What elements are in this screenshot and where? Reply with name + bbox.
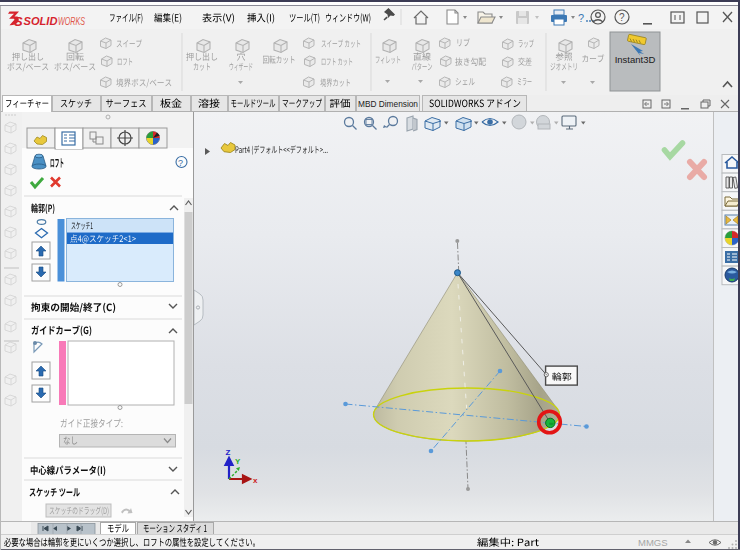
svg-text:?: ? <box>178 158 183 168</box>
svg-text:?: ? <box>619 12 625 23</box>
svg-text:x: x <box>253 476 258 485</box>
svg-text:MBD Dimension: MBD Dimension <box>358 98 418 109</box>
svg-text:?: ? <box>578 12 584 24</box>
svg-text:Y: Y <box>235 457 241 466</box>
svg-text:Z: Z <box>226 448 231 457</box>
svg-text:MMGS: MMGS <box>638 537 668 548</box>
svg-text:Instant3D: Instant3D <box>615 54 656 65</box>
